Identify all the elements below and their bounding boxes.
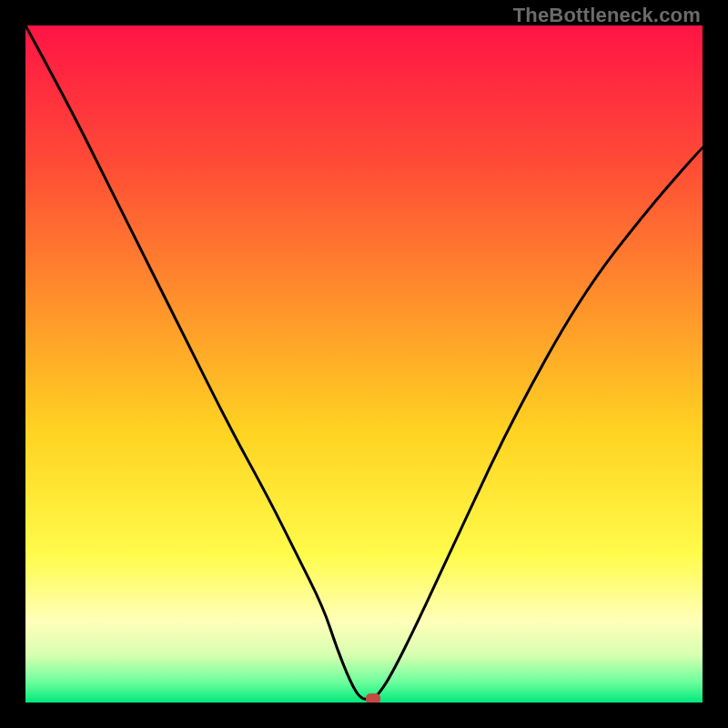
optimal-point-marker <box>366 693 380 703</box>
bottleneck-curve <box>25 25 703 699</box>
curve-layer <box>25 25 703 703</box>
chart-frame: TheBottleneck.com <box>0 0 728 728</box>
plot-area <box>25 25 703 703</box>
watermark-text: TheBottleneck.com <box>513 4 701 27</box>
